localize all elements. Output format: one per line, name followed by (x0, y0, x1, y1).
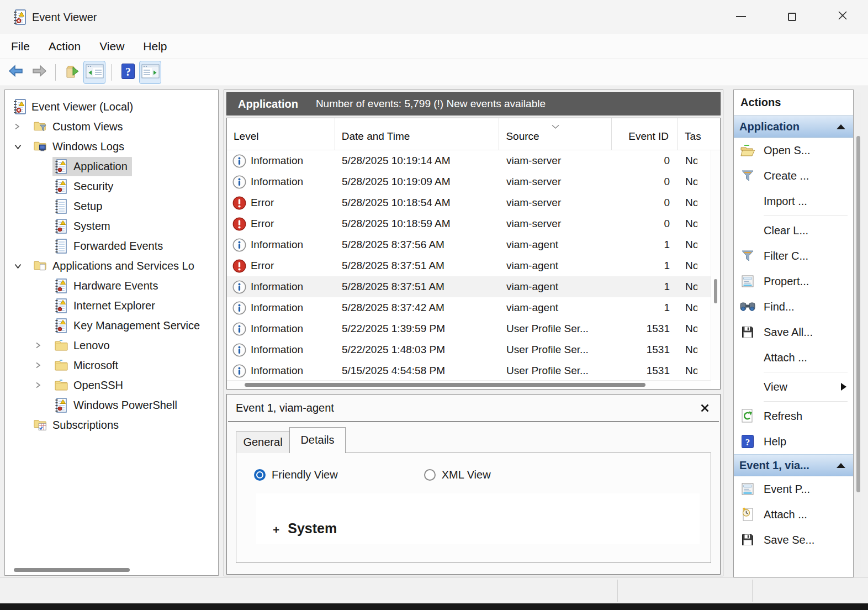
svg-text:?: ? (745, 437, 750, 448)
action-propert[interactable]: Propert... (734, 269, 853, 294)
chevron-right-icon[interactable] (14, 123, 31, 130)
action-create[interactable]: Create ... (734, 163, 853, 188)
action-view[interactable]: View (734, 374, 853, 399)
minimize-button[interactable] (716, 0, 766, 33)
action-save-all[interactable]: Save All... (734, 319, 853, 345)
action-label: Event P... (764, 483, 846, 496)
event-row[interactable]: Information5/28/2025 8:37:51 AMviam-agen… (227, 276, 720, 297)
tree-item-internet-explorer[interactable]: Internet Explorer (5, 296, 218, 315)
tree-item-lenovo[interactable]: Lenovo (5, 335, 218, 355)
information-icon (232, 322, 246, 336)
back-button[interactable] (6, 61, 28, 84)
tree-item-custom-views[interactable]: Custom Views (5, 117, 218, 136)
system-node-label[interactable]: System (288, 520, 337, 537)
action-help[interactable]: ?Help (734, 429, 853, 454)
system-expander[interactable]: + (273, 523, 279, 537)
show-console-tree-icon (86, 64, 104, 81)
forward-button[interactable] (28, 61, 50, 84)
tree-item-event-viewer-local[interactable]: Event Viewer (Local) (5, 97, 218, 117)
tree-item-application[interactable]: Application (5, 156, 218, 176)
event-row[interactable]: Information5/28/2025 8:37:42 AMviam-agen… (227, 297, 720, 318)
actions-scrollbar-thumb[interactable] (856, 136, 860, 492)
tree-item-system[interactable]: System (5, 216, 218, 236)
action-save-se[interactable]: Save Se... (734, 527, 853, 553)
tree-item-windows-logs[interactable]: Windows Logs (5, 136, 218, 156)
event-id: 1 (612, 281, 679, 293)
column-header-date-and-time[interactable]: Date and Time (335, 118, 500, 150)
event-row[interactable]: Error5/28/2025 10:18:59 AMviam-server0No (227, 213, 720, 234)
help-button[interactable]: ? (117, 61, 139, 84)
column-header-task-category[interactable]: Tas (678, 118, 720, 150)
event-source: User Profile Ser... (500, 365, 612, 377)
status-bar-divider (617, 580, 618, 602)
menu-file[interactable]: File (11, 40, 30, 53)
tree-item-microsoft[interactable]: Microsoft (5, 355, 218, 375)
chevron-right-icon[interactable] (35, 361, 52, 369)
preview-title: Event 1, viam-agent (236, 402, 700, 414)
event-row[interactable]: Error5/28/2025 10:18:54 AMviam-server0No (227, 192, 720, 213)
action-attach[interactable]: Attach ... (734, 502, 853, 527)
event-row[interactable]: Information5/22/2025 1:39:59 PMUser Prof… (227, 318, 720, 339)
tree-item-applications-and-services-lo[interactable]: Applications and Services Lo (5, 256, 218, 276)
action-clear-l[interactable]: Clear L... (734, 218, 853, 243)
chevron-down-icon[interactable] (14, 263, 31, 269)
actions-section-header-application[interactable]: Application (734, 115, 853, 138)
show-action-pane-button[interactable] (139, 61, 161, 84)
preview-tabs: General Details (227, 422, 720, 453)
action-refresh[interactable]: Refresh (734, 403, 853, 429)
vertical-scrollbar-thumb[interactable] (714, 279, 717, 303)
event-row[interactable]: Information5/28/2025 10:19:09 AMviam-ser… (227, 171, 720, 192)
chevron-right-icon[interactable] (35, 341, 52, 349)
action-attach[interactable]: Attach ... (734, 345, 853, 370)
tree-item-key-management-service[interactable]: Key Management Service (5, 315, 218, 335)
action-event-p[interactable]: Event P... (734, 476, 853, 502)
action-filter-c[interactable]: Filter C... (734, 243, 853, 269)
action-find[interactable]: Find... (734, 294, 853, 319)
maximize-button[interactable] (766, 0, 817, 33)
tree-item-windows-powershell[interactable]: Windows PowerShell (5, 395, 218, 415)
tree-item-hardware-events[interactable]: Hardware Events (5, 276, 218, 296)
export-button[interactable] (61, 61, 83, 84)
show-console-tree-button[interactable] (83, 61, 105, 84)
action-import[interactable]: Import ... (734, 188, 853, 214)
event-source: viam-agent (500, 302, 612, 314)
chevron-down-icon[interactable] (14, 144, 31, 150)
tree-item-subscriptions[interactable]: Subscriptions (5, 415, 218, 435)
action-label: Propert... (764, 275, 846, 288)
actions-scrollbar[interactable] (855, 92, 861, 575)
event-list-vertical-scrollbar[interactable] (711, 150, 720, 380)
tree-item-setup[interactable]: Setup (5, 196, 218, 216)
tree-item-openssh[interactable]: OpenSSH (5, 375, 218, 395)
chevron-right-icon[interactable] (35, 381, 52, 389)
horizontal-scrollbar-thumb[interactable] (245, 383, 645, 387)
xml-view-radio[interactable] (424, 469, 436, 481)
close-button[interactable] (817, 0, 868, 33)
menu-action[interactable]: Action (49, 40, 81, 53)
column-header-event-id[interactable]: Event ID (612, 118, 678, 150)
event-row[interactable]: Error5/28/2025 8:37:51 AMviam-agent1No (227, 255, 720, 276)
tree-item-forwarded-events[interactable]: Forwarded Events (5, 236, 218, 256)
event-row[interactable]: Information5/28/2025 8:37:56 AMviam-agen… (227, 234, 720, 255)
menu-help[interactable]: Help (143, 40, 167, 53)
event-row[interactable]: Information5/15/2025 4:54:58 PMUser Prof… (227, 360, 720, 381)
menu-view[interactable]: View (99, 40, 124, 53)
action-open-s[interactable]: Open S... (734, 138, 853, 163)
event-list-horizontal-scrollbar[interactable] (227, 380, 711, 389)
actions-section-header-event-1-via[interactable]: Event 1, via... (734, 454, 853, 476)
event-log-icon (54, 318, 68, 334)
tree-item-label: OpenSSH (73, 379, 123, 392)
section-header-label: Application (739, 120, 837, 133)
tree-item-security[interactable]: Security (5, 176, 218, 196)
tab-details[interactable]: Details (289, 427, 346, 453)
event-row[interactable]: Information5/22/2025 1:48:03 PMUser Prof… (227, 339, 720, 360)
column-header-source[interactable]: Source (499, 118, 612, 150)
preview-close-button[interactable] (700, 403, 710, 413)
action-label: Filter C... (764, 250, 846, 262)
column-header-level[interactable]: Level (227, 118, 335, 150)
friendly-view-radio[interactable] (254, 469, 266, 481)
tree-horizontal-scrollbar[interactable] (14, 568, 130, 572)
level-label: Error (251, 260, 274, 272)
tab-general[interactable]: General (236, 432, 290, 453)
event-row[interactable]: Information5/28/2025 10:19:14 AMviam-ser… (227, 150, 720, 171)
level-label: Information (251, 155, 303, 167)
